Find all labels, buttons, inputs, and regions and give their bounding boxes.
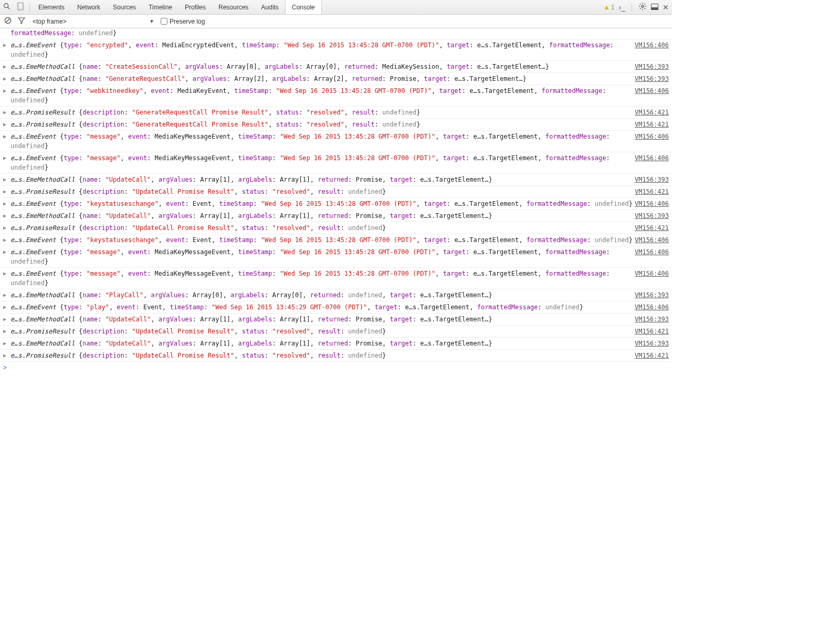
settings-icon[interactable] xyxy=(638,2,647,12)
source-link[interactable]: VM156:406 xyxy=(635,247,669,257)
source-link[interactable]: VM156:393 xyxy=(635,62,669,71)
console-row: VM156:406▶e…s.EmeEvent {type: "message",… xyxy=(0,131,672,152)
source-link[interactable]: VM156:406 xyxy=(635,132,669,141)
source-link[interactable]: VM156:421 xyxy=(635,120,669,129)
svg-point-0 xyxy=(4,4,8,8)
source-link[interactable]: VM156:393 xyxy=(635,339,669,348)
source-link[interactable]: VM156:393 xyxy=(635,74,669,83)
console-row: VM156:393▶e…s.EmeMethodCall {name: "Crea… xyxy=(0,61,672,73)
expand-icon[interactable]: ▶ xyxy=(3,153,6,163)
filter-icon[interactable] xyxy=(17,17,26,26)
expand-icon[interactable]: ▶ xyxy=(3,302,6,312)
tab-elements[interactable]: Elements xyxy=(32,0,71,14)
console-subbar: <top frame> ▼ Preserve log xyxy=(0,15,672,28)
panel-tabs: ElementsNetworkSourcesTimelineProfilesRe… xyxy=(32,0,600,14)
source-link[interactable]: VM156:393 xyxy=(635,290,669,300)
console-row: VM156:406▶e…s.EmeEvent {type: "keystatus… xyxy=(0,198,672,210)
source-link[interactable]: VM156:406 xyxy=(635,302,669,312)
expand-icon[interactable]: ▶ xyxy=(3,351,6,360)
expand-icon[interactable]: ▶ xyxy=(3,132,6,141)
expand-icon[interactable]: ▶ xyxy=(3,175,6,184)
console-row: VM156:393▶e…s.EmeMethodCall {name: "Upda… xyxy=(0,338,672,350)
console-row: VM156:421▶e…s.PromiseResult {description… xyxy=(0,326,672,338)
tab-timeline[interactable]: Timeline xyxy=(142,0,178,14)
expand-icon[interactable]: ▶ xyxy=(3,187,6,196)
clear-console-icon[interactable] xyxy=(3,17,13,26)
preserve-log-input[interactable] xyxy=(161,18,167,25)
separator xyxy=(29,3,30,12)
console-row: VM156:393▶e…s.EmeMethodCall {name: "Upda… xyxy=(0,174,672,186)
source-link[interactable]: VM156:406 xyxy=(635,153,669,163)
tab-profiles[interactable]: Profiles xyxy=(178,0,212,14)
expand-icon[interactable]: ▶ xyxy=(3,247,6,257)
console-row: VM156:406▶e…s.EmeEvent {type: "webkitnee… xyxy=(0,85,672,107)
expand-icon[interactable]: ▶ xyxy=(3,199,6,208)
source-link[interactable]: VM156:393 xyxy=(635,175,669,184)
console-row: VM156:393▶e…s.EmeMethodCall {name: "Gene… xyxy=(0,73,672,85)
svg-point-3 xyxy=(20,8,21,9)
warning-icon: ▲ xyxy=(603,3,610,11)
source-link[interactable]: VM156:421 xyxy=(635,351,669,360)
console-row: formattedMessage: undefined} xyxy=(0,28,672,39)
console-row: VM156:421▶e…s.PromiseResult {description… xyxy=(0,119,672,131)
console-row: VM156:393▶e…s.EmeMethodCall {name: "Upda… xyxy=(0,210,672,222)
tab-sources[interactable]: Sources xyxy=(107,0,142,14)
expand-icon[interactable]: ▶ xyxy=(3,269,6,278)
console-row: VM156:421▶e…s.PromiseResult {description… xyxy=(0,222,672,234)
dock-icon[interactable] xyxy=(651,3,658,12)
source-link[interactable]: VM156:406 xyxy=(635,40,669,50)
source-link[interactable]: VM156:421 xyxy=(635,223,669,233)
svg-line-8 xyxy=(6,18,10,23)
console-row: VM156:406▶e…s.EmeEvent {type: "keystatus… xyxy=(0,234,672,246)
expand-icon[interactable]: ▶ xyxy=(3,211,6,221)
source-link[interactable]: VM156:393 xyxy=(635,315,669,324)
svg-line-1 xyxy=(8,7,10,9)
console-row: VM156:406▶e…s.EmeEvent {type: "message",… xyxy=(0,268,672,289)
console-row: VM156:406▶e…s.EmeEvent {type: "message",… xyxy=(0,152,672,174)
console-output: formattedMessage: undefined}VM156:406▶e…… xyxy=(0,28,672,362)
warning-count: 1 xyxy=(611,4,615,11)
separator xyxy=(632,3,632,12)
frame-selector[interactable]: <top frame> ▼ xyxy=(30,18,156,25)
tab-resources[interactable]: Resources xyxy=(212,0,255,14)
expand-icon[interactable]: ▶ xyxy=(3,223,6,233)
frame-selector-label: <top frame> xyxy=(33,18,67,25)
console-prompt-icon[interactable]: ›_ xyxy=(619,3,625,12)
expand-icon[interactable]: ▶ xyxy=(3,86,6,96)
expand-icon[interactable]: ▶ xyxy=(3,290,6,300)
source-link[interactable]: VM156:406 xyxy=(635,199,669,208)
svg-rect-6 xyxy=(652,7,658,10)
expand-icon[interactable]: ▶ xyxy=(3,74,6,83)
tab-console[interactable]: Console xyxy=(285,0,322,14)
expand-icon[interactable]: ▶ xyxy=(3,40,6,50)
preserve-log-label: Preserve log xyxy=(170,18,205,25)
console-row: VM156:406▶e…s.EmeEvent {type: "message",… xyxy=(0,246,672,268)
console-row: VM156:421▶e…s.PromiseResult {description… xyxy=(0,107,672,119)
tab-audits[interactable]: Audits xyxy=(255,0,285,14)
chevron-down-icon: ▼ xyxy=(149,18,154,24)
device-icon[interactable] xyxy=(14,2,27,12)
console-row: VM156:421▶e…s.PromiseResult {description… xyxy=(0,350,672,362)
expand-icon[interactable]: ▶ xyxy=(3,62,6,71)
preserve-log-checkbox[interactable]: Preserve log xyxy=(161,18,205,25)
source-link[interactable]: VM156:406 xyxy=(635,235,669,245)
source-link[interactable]: VM156:421 xyxy=(635,327,669,336)
source-link[interactable]: VM156:406 xyxy=(635,86,669,96)
close-icon[interactable]: ✕ xyxy=(663,3,669,12)
search-icon[interactable] xyxy=(0,3,14,12)
console-prompt[interactable]: > xyxy=(0,362,672,373)
expand-icon[interactable]: ▶ xyxy=(3,339,6,348)
source-link[interactable]: VM156:393 xyxy=(635,211,669,221)
expand-icon[interactable]: ▶ xyxy=(3,327,6,336)
console-row: VM156:393▶e…s.EmeMethodCall {name: "Play… xyxy=(0,289,672,301)
expand-icon[interactable]: ▶ xyxy=(3,120,6,129)
devtools-toolbar: ElementsNetworkSourcesTimelineProfilesRe… xyxy=(0,0,672,15)
source-link[interactable]: VM156:421 xyxy=(635,108,669,117)
expand-icon[interactable]: ▶ xyxy=(3,108,6,117)
tab-network[interactable]: Network xyxy=(71,0,107,14)
warning-badge[interactable]: ▲ 1 xyxy=(603,3,615,11)
source-link[interactable]: VM156:421 xyxy=(635,187,669,196)
expand-icon[interactable]: ▶ xyxy=(3,315,6,324)
expand-icon[interactable]: ▶ xyxy=(3,235,6,245)
source-link[interactable]: VM156:406 xyxy=(635,269,669,278)
